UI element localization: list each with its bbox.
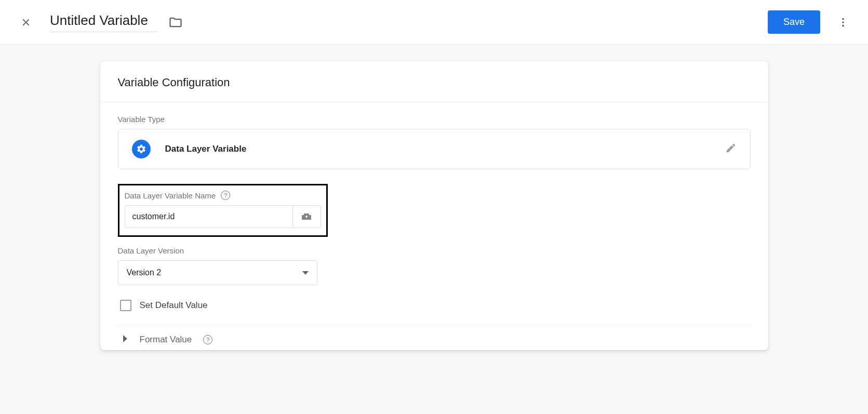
close-icon (20, 17, 32, 28)
gear-icon (136, 144, 146, 154)
dl-version-label: Data Layer Version (118, 246, 751, 255)
edit-type-button[interactable] (725, 142, 737, 156)
modal-header: Save (0, 0, 868, 45)
annotation-highlight: Data Layer Variable Name ? (118, 184, 328, 237)
dl-var-name-label: Data Layer Variable Name ? (125, 191, 321, 200)
svg-point-2 (842, 24, 844, 26)
format-value-label: Format Value (140, 335, 192, 345)
divider (118, 325, 751, 325)
set-default-checkbox[interactable] (120, 300, 131, 311)
chevron-right-icon (123, 335, 128, 344)
variable-picker-button[interactable] (293, 205, 321, 228)
variable-title-input[interactable] (50, 12, 159, 32)
overflow-menu-button[interactable] (833, 12, 853, 33)
format-value-expander[interactable]: Format Value ? (118, 335, 751, 345)
close-button[interactable] (19, 15, 33, 30)
dropdown-icon (302, 268, 309, 277)
dl-version-select[interactable]: Version 2 (118, 260, 317, 285)
dl-var-name-input[interactable] (125, 205, 293, 228)
more-vert-icon (837, 17, 849, 28)
folder-icon (168, 15, 183, 30)
svg-rect-4 (306, 216, 307, 218)
variable-type-name: Data Layer Variable (165, 144, 247, 154)
folder-button[interactable] (168, 15, 183, 30)
variable-type-icon-wrapper (132, 140, 151, 158)
svg-point-1 (842, 21, 844, 23)
brick-plus-icon (300, 211, 313, 222)
config-card: Variable Configuration Variable Type Dat… (100, 61, 768, 350)
help-icon[interactable]: ? (221, 191, 230, 200)
set-default-label: Set Default Value (140, 300, 208, 311)
pencil-icon (725, 142, 737, 154)
variable-type-label: Variable Type (118, 115, 751, 124)
dl-version-value: Version 2 (127, 268, 162, 277)
save-button[interactable]: Save (768, 10, 820, 34)
set-default-checkbox-row[interactable]: Set Default Value (118, 300, 751, 311)
modal-body: Variable Configuration Variable Type Dat… (0, 45, 868, 414)
card-title: Variable Configuration (100, 61, 768, 102)
svg-point-0 (842, 18, 844, 20)
help-icon[interactable]: ? (203, 335, 212, 344)
variable-type-selector[interactable]: Data Layer Variable (118, 129, 751, 169)
dl-var-name-label-text: Data Layer Variable Name (125, 191, 216, 200)
